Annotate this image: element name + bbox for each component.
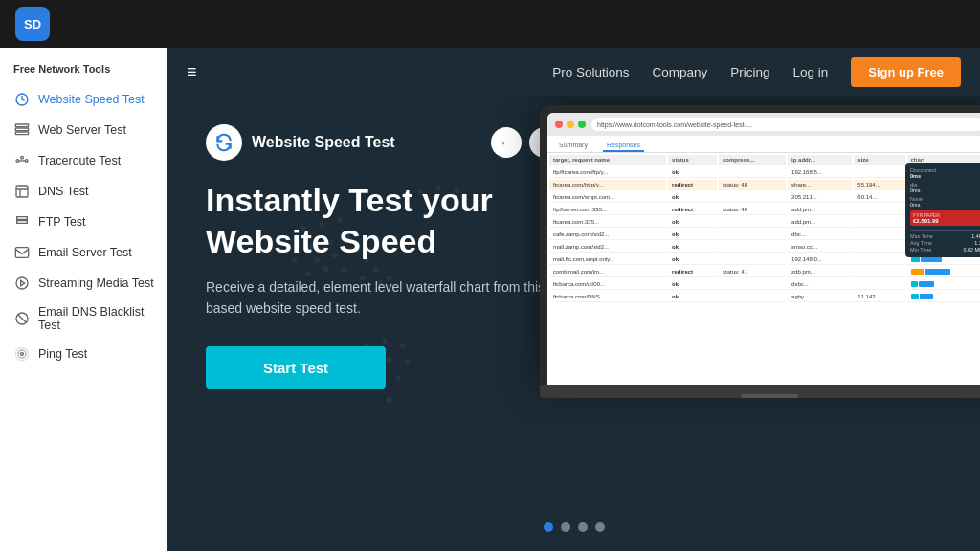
sidebar-item-label: DNS Test <box>38 185 89 198</box>
svg-point-9 <box>16 277 28 289</box>
svg-point-4 <box>16 160 19 163</box>
hero-section: Website Speed Test ← → Instantly Test yo… <box>167 96 980 551</box>
sidebar-item-dns-test[interactable]: DNS Test <box>0 176 167 207</box>
step-line <box>405 143 481 143</box>
laptop-mockup: https://www.dotcom-tools.com/website-spe… <box>540 105 980 398</box>
sidebar-item-label: Email Server Test <box>38 246 132 259</box>
sidebar: Free Network Tools Website Speed Test We… <box>0 48 167 551</box>
laptop: https://www.dotcom-tools.com/website-spe… <box>540 105 980 398</box>
laptop-browser: https://www.dotcom-tools.com/website-spe… <box>547 113 980 385</box>
browser-url: https://www.dotcom-tools.com/website-spe… <box>591 118 980 131</box>
sidebar-item-label: Website Speed Test <box>38 93 145 106</box>
col-header-ip: ip addr... <box>788 155 852 165</box>
blacklist-icon <box>13 310 31 327</box>
sidebar-item-streaming-media-test[interactable]: Streaming Media Test <box>0 268 167 298</box>
sidebar-item-label: Traceroute Test <box>38 154 121 167</box>
ping-icon <box>13 345 31 363</box>
browser-dot-green <box>578 121 586 128</box>
server-icon <box>13 121 31 139</box>
top-bar: SD <box>0 0 980 48</box>
nav-pro-solutions[interactable]: Pro Solutions <box>552 65 629 79</box>
refresh-icon <box>214 133 234 152</box>
svg-rect-3 <box>15 132 28 135</box>
content-area: ≡ Pro Solutions Company Pricing Log in S… <box>167 48 980 551</box>
svg-point-12 <box>21 353 24 356</box>
sidebar-item-label: Streaming Media Test <box>38 276 154 290</box>
laptop-base <box>540 385 980 398</box>
carousel-dot-1[interactable] <box>544 522 553 532</box>
stat-dia: dia 0ms <box>910 182 980 193</box>
speed-icon <box>13 91 31 108</box>
browser-dot-red <box>555 121 563 128</box>
nav-company[interactable]: Company <box>652 65 707 79</box>
svg-point-6 <box>21 156 24 159</box>
step-prev-button[interactable]: ← <box>491 127 522 158</box>
sidebar-item-email-dns-blacklist-test[interactable]: Email DNS Blacklist Test <box>0 298 167 339</box>
svg-point-13 <box>18 350 26 358</box>
sidebar-item-web-server-test[interactable]: Web Server Test <box>0 115 167 145</box>
stream-icon <box>13 275 31 292</box>
svg-rect-7 <box>16 186 28 197</box>
side-stats-panel: Disconnect 0ms dia 0ms None <box>905 163 980 257</box>
sidebar-item-label: FTP Test <box>38 215 86 229</box>
svg-rect-2 <box>15 128 28 131</box>
table-row: ftcbarca.com/ul/00... ok dsbc... <box>549 279 980 290</box>
svg-marker-10 <box>21 280 25 285</box>
table-row: combimail.zom/im... redirect status: 41 … <box>549 267 980 277</box>
table-row: ftcbarca.com/DNS ok aghy... 11.142... <box>549 292 980 302</box>
ftp-icon <box>13 213 31 231</box>
start-test-button[interactable]: Start Test <box>206 346 386 389</box>
traceroute-icon <box>13 152 31 169</box>
sidebar-item-label: Email DNS Blacklist Test <box>38 305 154 332</box>
browser-bar: https://www.dotcom-tools.com/website-spe… <box>547 113 980 136</box>
step-circle <box>206 124 242 161</box>
svg-rect-1 <box>15 124 28 127</box>
carousel-dot-4[interactable] <box>595 522 605 532</box>
stat-disconnect: Disconnect 0ms <box>910 167 980 179</box>
col-header-status: status <box>668 155 717 165</box>
carousel-dot-2[interactable] <box>561 522 570 532</box>
sidebar-item-website-speed-test[interactable]: Website Speed Test <box>0 84 167 115</box>
menu-icon[interactable]: ≡ <box>187 62 197 82</box>
sidebar-item-label: Web Server Test <box>38 123 126 137</box>
col-header-name: target, request name <box>549 155 666 165</box>
svg-rect-8 <box>15 248 28 258</box>
sidebar-item-ping-test[interactable]: Ping Test <box>0 339 167 369</box>
sidebar-item-email-server-test[interactable]: Email Server Test <box>0 237 167 268</box>
nav-pricing[interactable]: Pricing <box>730 65 769 79</box>
sidebar-item-label: Ping Test <box>38 347 87 361</box>
main-layout: Free Network Tools Website Speed Test We… <box>0 48 980 551</box>
laptop-screen-outer: https://www.dotcom-tools.com/website-spe… <box>540 105 980 385</box>
carousel-dots <box>544 522 605 532</box>
step-title: Website Speed Test <box>252 134 395 151</box>
carousel-dot-3[interactable] <box>578 522 588 532</box>
nav-bar: ≡ Pro Solutions Company Pricing Log in S… <box>167 48 980 96</box>
browser-tabs: Summary Responses <box>547 136 980 153</box>
stat-fyr-paper: FYR PAPER €2.591.99 <box>910 210 980 226</box>
browser-dot-yellow <box>567 121 574 128</box>
svg-point-94 <box>386 397 391 403</box>
browser-dots <box>555 121 586 128</box>
tab-summary[interactable]: Summary <box>555 140 591 152</box>
svg-point-5 <box>25 160 28 163</box>
sidebar-item-traceroute-test[interactable]: Traceroute Test <box>0 145 167 176</box>
tab-responses[interactable]: Responses <box>603 140 644 152</box>
stat-none: None 0ms <box>910 196 980 208</box>
login-button[interactable]: Log in <box>792 65 828 79</box>
col-header-compress: compress... <box>719 155 786 165</box>
sidebar-section-title: Free Network Tools <box>0 63 167 84</box>
dns-icon <box>13 183 31 200</box>
browser-content: Summary Responses target, request name s… <box>547 136 980 385</box>
col-header-size: size <box>854 155 904 165</box>
logo[interactable]: SD <box>15 7 50 41</box>
email-icon <box>13 244 31 261</box>
signup-button[interactable]: Sign up Free <box>851 57 961 87</box>
stat-times: Max Time 1.489 Avg Time 1.38 <box>910 230 980 253</box>
sidebar-item-ftp-test[interactable]: FTP Test <box>0 207 167 237</box>
